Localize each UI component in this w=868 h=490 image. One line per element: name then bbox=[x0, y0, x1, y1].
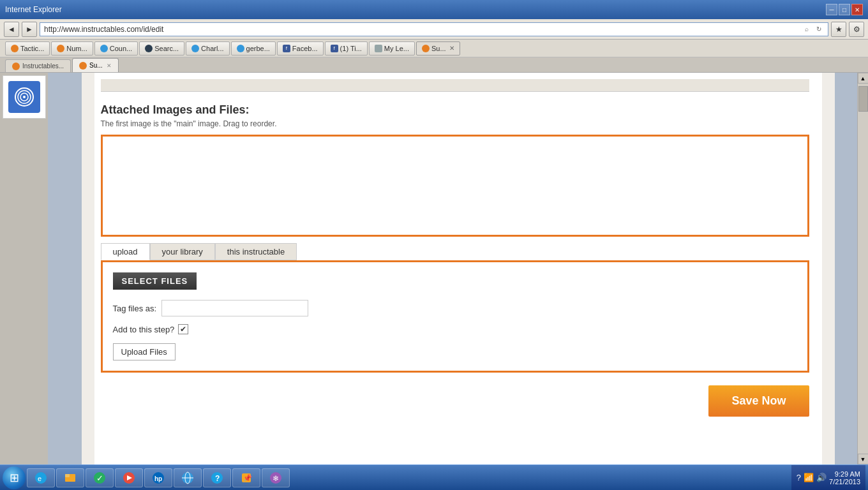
taskbar-explorer[interactable] bbox=[56, 468, 84, 487]
taskbar-hp[interactable]: hp bbox=[144, 468, 172, 487]
bookmark-coun-icon bbox=[100, 45, 108, 52]
taskbar-globe[interactable] bbox=[174, 468, 202, 487]
bookmark-coun[interactable]: Coun... bbox=[94, 41, 138, 56]
address-text[interactable]: http://www.instructables.com/id/edit bbox=[44, 25, 799, 34]
taskbar-check[interactable]: ✓ bbox=[86, 468, 114, 487]
nav-bar: ◄ ► http://www.instructables.com/id/edit… bbox=[0, 19, 868, 40]
main-content: Attached Images and Files: The first ima… bbox=[82, 73, 835, 464]
attached-section: Attached Images and Files: The first ima… bbox=[101, 97, 809, 373]
add-step-checkbox[interactable]: ✔ bbox=[178, 324, 188, 334]
browser-tab-active[interactable]: Su... ✕ bbox=[72, 58, 119, 72]
bookmark-charl-icon bbox=[191, 45, 199, 52]
bookmark-gerbe-icon bbox=[237, 45, 244, 52]
add-step-label: Add to this step? bbox=[113, 325, 175, 334]
address-bar: http://www.instructables.com/id/edit ⌕ ↻ bbox=[40, 22, 828, 36]
bookmark-num-icon bbox=[57, 45, 64, 52]
tab-library[interactable]: your library bbox=[150, 243, 215, 260]
svg-point-3 bbox=[23, 96, 26, 98]
bookmark-su[interactable]: Su... ✕ bbox=[416, 41, 460, 56]
image-drop-area[interactable] bbox=[101, 135, 809, 237]
tab-favicon-active bbox=[79, 62, 87, 70]
taskbar-snowflake[interactable]: ❄ bbox=[262, 468, 290, 487]
scroll-down-button[interactable]: ▼ bbox=[858, 454, 869, 464]
system-clock: 9:29 AM 7/21/2013 bbox=[829, 470, 860, 486]
taskbar-ie[interactable]: e bbox=[27, 468, 55, 487]
search-icon[interactable]: ⌕ bbox=[802, 24, 812, 34]
tray-volume-icon: 🔊 bbox=[816, 473, 827, 482]
upload-panel: SELECT FILES Tag files as: Add to this s… bbox=[101, 260, 809, 373]
scrollbar-right: ▲ ▼ bbox=[857, 73, 868, 464]
tab-favicon-1 bbox=[12, 63, 20, 70]
upload-tabs: upload your library this instructable bbox=[101, 243, 809, 260]
attached-subtitle: The first image is the "main" image. Dra… bbox=[101, 119, 809, 128]
bookmark-tactic[interactable]: Tactic... bbox=[5, 41, 50, 56]
taskbar-pin[interactable]: 📌 bbox=[232, 468, 260, 487]
select-files-button[interactable]: SELECT FILES bbox=[113, 272, 197, 290]
browser-viewport: Attached Images and Files: The first ima… bbox=[0, 73, 868, 464]
browser-tab-1[interactable]: Instructables... bbox=[5, 59, 71, 72]
site-logo bbox=[3, 75, 46, 119]
bookmark-faceb[interactable]: f Faceb... bbox=[277, 41, 324, 56]
fingerprint-icon bbox=[8, 81, 40, 113]
attached-title: Attached Images and Files: bbox=[101, 103, 809, 117]
title-bar-left: Internet Explorer bbox=[5, 5, 62, 14]
tab-instructable[interactable]: this instructable bbox=[215, 243, 297, 260]
bookmark-myle[interactable]: My Le... bbox=[369, 41, 415, 56]
bookmark-charl[interactable]: Charl... bbox=[186, 41, 229, 56]
bookmark-myle-icon bbox=[375, 45, 382, 52]
bookmark-searc-icon bbox=[145, 45, 153, 52]
svg-text:❄: ❄ bbox=[273, 474, 279, 483]
svg-rect-7 bbox=[65, 474, 70, 477]
svg-text:hp: hp bbox=[154, 475, 162, 482]
tools-button[interactable]: ⚙ bbox=[849, 22, 864, 37]
add-step-row: Add to this step? ✔ bbox=[113, 324, 797, 334]
svg-text:?: ? bbox=[215, 474, 220, 483]
title-bar-title: Internet Explorer bbox=[5, 5, 62, 14]
bookmark-faceb-icon: f bbox=[283, 45, 290, 52]
tag-input[interactable] bbox=[161, 300, 308, 316]
bookmark-num[interactable]: Num... bbox=[51, 41, 93, 56]
title-bar-controls: ─ □ ✕ bbox=[826, 4, 863, 15]
svg-text:✓: ✓ bbox=[96, 473, 103, 483]
upload-files-button[interactable]: Upload Files bbox=[113, 343, 176, 360]
bookmark-su-icon bbox=[422, 45, 430, 52]
favorites-button[interactable]: ★ bbox=[831, 22, 846, 37]
address-icons: ⌕ ↻ bbox=[802, 24, 824, 34]
svg-text:📌: 📌 bbox=[243, 473, 252, 482]
scroll-up-button[interactable]: ▲ bbox=[858, 73, 869, 84]
tab-upload[interactable]: upload bbox=[101, 243, 150, 260]
system-tray: ? 📶 🔊 9:29 AM 7/21/2013 bbox=[791, 465, 865, 490]
tab-close-icon[interactable]: ✕ bbox=[107, 63, 112, 69]
bookmark-gerbe[interactable]: gerbe... bbox=[231, 41, 276, 56]
svg-text:e: e bbox=[38, 475, 41, 482]
forward-button[interactable]: ► bbox=[22, 22, 37, 37]
restore-button[interactable]: □ bbox=[839, 4, 850, 15]
bookmarks-bar: Tactic... Num... Coun... Searc... Charl.… bbox=[0, 40, 868, 57]
tag-label: Tag files as: bbox=[113, 304, 157, 313]
tray-question-icon: ? bbox=[797, 473, 801, 482]
sidebar-area bbox=[0, 73, 48, 464]
tray-network-icon: 📶 bbox=[804, 473, 814, 482]
bookmark-ti-icon: f bbox=[331, 45, 338, 52]
tag-row: Tag files as: bbox=[113, 300, 797, 316]
close-button[interactable]: ✕ bbox=[851, 4, 863, 15]
tabs-bar: Instructables... Su... ✕ bbox=[0, 57, 868, 73]
taskbar-media[interactable] bbox=[115, 468, 143, 487]
start-button[interactable]: ⊞ bbox=[3, 466, 26, 489]
tray-date: 7/21/2013 bbox=[829, 478, 860, 486]
taskbar: ⊞ e ✓ hp ? 📌 ❄ ? 📶 🔊 9:29 AM 7/21/2013 bbox=[0, 464, 868, 490]
taskbar-help[interactable]: ? bbox=[203, 468, 231, 487]
bookmark-tactic-icon bbox=[11, 45, 19, 52]
scroll-thumb[interactable] bbox=[858, 86, 868, 112]
bookmark-searc[interactable]: Searc... bbox=[139, 41, 184, 56]
top-scroll-area bbox=[101, 79, 809, 92]
minimize-button[interactable]: ─ bbox=[826, 4, 837, 15]
content-card: Attached Images and Files: The first ima… bbox=[94, 73, 822, 464]
bookmark-ti[interactable]: f (1) Ti... bbox=[325, 41, 368, 56]
refresh-icon[interactable]: ↻ bbox=[814, 24, 824, 34]
tray-icons: ? 📶 🔊 bbox=[797, 473, 827, 482]
start-icon: ⊞ bbox=[10, 471, 19, 485]
bookmark-su-close[interactable]: ✕ bbox=[449, 45, 454, 52]
save-now-button[interactable]: Save Now bbox=[708, 385, 809, 417]
back-button[interactable]: ◄ bbox=[4, 22, 19, 37]
